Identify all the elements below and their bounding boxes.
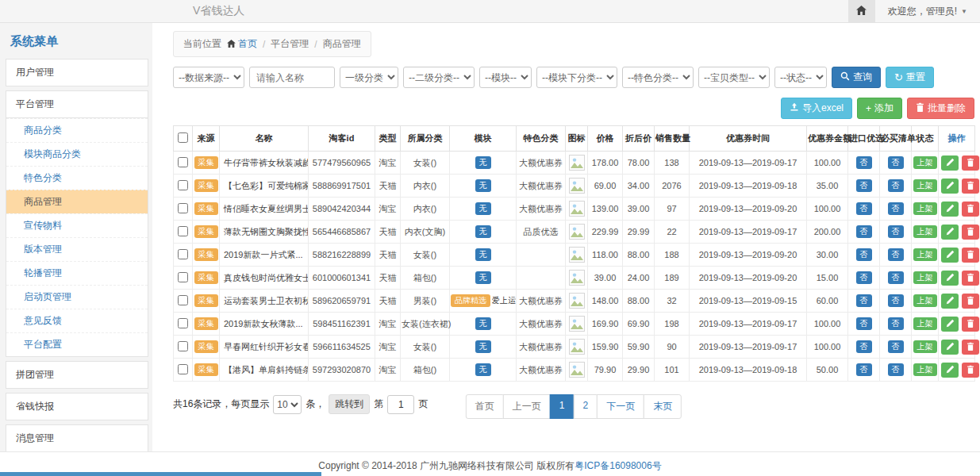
status-badge[interactable]: 上架 xyxy=(913,363,937,377)
sidebar-subitem[interactable]: 版本管理 xyxy=(6,237,148,261)
delete-button[interactable] xyxy=(962,155,979,171)
jump-button[interactable]: 跳转到 xyxy=(329,394,370,414)
delete-button[interactable] xyxy=(962,202,979,217)
delete-button[interactable] xyxy=(962,271,979,286)
status-badge[interactable]: 上架 xyxy=(913,294,937,308)
edit-button[interactable] xyxy=(941,178,959,194)
status-badge[interactable]: 上架 xyxy=(913,271,937,285)
must-buy-badge[interactable]: 否 xyxy=(888,225,904,239)
filter-select[interactable]: --模块-- xyxy=(479,67,532,88)
must-buy-badge[interactable]: 否 xyxy=(888,363,904,377)
sidebar-item[interactable]: 用户管理 xyxy=(6,59,148,86)
select-all-checkbox[interactable] xyxy=(178,132,188,143)
import-select-badge[interactable]: 否 xyxy=(856,363,872,377)
sidebar-item[interactable]: 省钱快报 xyxy=(6,393,148,420)
edit-button[interactable] xyxy=(941,294,959,309)
search-button[interactable]: 查询 xyxy=(832,67,881,88)
pagination-item[interactable]: 上一页 xyxy=(503,394,551,419)
must-buy-badge[interactable]: 否 xyxy=(888,294,904,308)
must-buy-badge[interactable]: 否 xyxy=(888,340,904,354)
must-buy-badge[interactable]: 否 xyxy=(888,317,904,331)
sidebar-subitem[interactable]: 启动页管理 xyxy=(6,285,148,309)
edit-button[interactable] xyxy=(941,225,959,240)
status-badge[interactable]: 上架 xyxy=(913,248,937,262)
row-checkbox[interactable] xyxy=(178,226,188,236)
row-checkbox[interactable] xyxy=(178,341,188,351)
row-checkbox[interactable] xyxy=(178,203,188,213)
sidebar-item[interactable]: 平台管理 xyxy=(6,90,148,118)
reset-button[interactable]: ↻重置 xyxy=(886,67,934,88)
pagination-item[interactable]: 下一页 xyxy=(597,394,644,419)
edit-button[interactable] xyxy=(941,248,959,263)
pagination-item[interactable]: 末页 xyxy=(644,394,682,419)
must-buy-badge[interactable]: 否 xyxy=(888,248,904,262)
edit-button[interactable] xyxy=(941,317,959,332)
must-buy-badge[interactable]: 否 xyxy=(888,179,904,193)
per-page-select[interactable]: 10 xyxy=(273,395,302,414)
pagination-item[interactable]: 2 xyxy=(574,394,598,419)
filter-select[interactable]: 一级分类 xyxy=(340,67,398,88)
user-menu[interactable]: 欢迎您，管理员! ▼ xyxy=(875,0,980,22)
import-select-badge[interactable]: 否 xyxy=(856,202,872,216)
pagination-item[interactable]: 首页 xyxy=(466,394,504,419)
batch-delete-button[interactable]: 批量删除 xyxy=(907,98,974,119)
delete-button[interactable] xyxy=(962,178,979,194)
filter-select[interactable]: --状态-- xyxy=(774,67,827,88)
home-button[interactable] xyxy=(848,0,875,22)
name-search-input[interactable] xyxy=(249,67,335,88)
status-badge[interactable]: 上架 xyxy=(913,317,937,331)
row-checkbox[interactable] xyxy=(178,295,188,305)
delete-button[interactable] xyxy=(962,340,979,355)
horizontal-scrollbar-thumb[interactable] xyxy=(0,472,321,476)
row-checkbox[interactable] xyxy=(178,249,188,259)
sidebar-item[interactable]: 消息管理 xyxy=(6,424,148,451)
page-number-input[interactable] xyxy=(387,395,414,414)
row-checkbox[interactable] xyxy=(178,157,188,167)
status-badge[interactable]: 上架 xyxy=(913,156,937,170)
pagination-item[interactable]: 1 xyxy=(550,394,575,419)
import-select-badge[interactable]: 否 xyxy=(856,294,872,308)
filter-select[interactable]: --二级分类-- xyxy=(403,67,475,88)
sidebar-subitem[interactable]: 特色分类 xyxy=(6,166,148,190)
import-select-badge[interactable]: 否 xyxy=(856,340,872,354)
sidebar-subitem[interactable]: 模块商品分类 xyxy=(6,142,148,166)
must-buy-badge[interactable]: 否 xyxy=(888,271,904,285)
status-badge[interactable]: 上架 xyxy=(913,179,937,193)
status-badge[interactable]: 上架 xyxy=(913,202,937,216)
delete-button[interactable] xyxy=(962,363,979,378)
sidebar-subitem[interactable]: 宣传物料 xyxy=(6,213,148,237)
edit-button[interactable] xyxy=(941,363,959,378)
edit-button[interactable] xyxy=(941,202,959,217)
import-select-badge[interactable]: 否 xyxy=(856,225,872,239)
filter-select[interactable]: --宝贝类型-- xyxy=(698,67,770,88)
sidebar-item[interactable]: 拼团管理 xyxy=(6,361,148,389)
row-checkbox[interactable] xyxy=(178,318,188,328)
row-checkbox[interactable] xyxy=(178,272,188,282)
delete-button[interactable] xyxy=(962,225,979,240)
filter-select[interactable]: --模块下分类-- xyxy=(536,67,617,88)
add-button[interactable]: + 添加 xyxy=(857,98,902,119)
status-badge[interactable]: 上架 xyxy=(913,225,937,239)
must-buy-badge[interactable]: 否 xyxy=(888,156,904,170)
edit-button[interactable] xyxy=(941,340,959,355)
status-badge[interactable]: 上架 xyxy=(913,340,937,354)
import-select-badge[interactable]: 否 xyxy=(856,156,872,170)
delete-button[interactable] xyxy=(962,248,979,263)
breadcrumb-home-link[interactable]: 首页 xyxy=(227,37,257,51)
icp-link[interactable]: 粤ICP备16098006号 xyxy=(575,460,661,471)
row-checkbox[interactable] xyxy=(178,364,188,374)
row-checkbox[interactable] xyxy=(178,180,188,190)
delete-button[interactable] xyxy=(962,317,979,332)
sidebar-subitem[interactable]: 意见反馈 xyxy=(6,309,148,332)
must-buy-badge[interactable]: 否 xyxy=(888,202,904,216)
import-select-badge[interactable]: 否 xyxy=(856,179,872,193)
edit-button[interactable] xyxy=(941,271,959,286)
sidebar-subitem[interactable]: 轮播管理 xyxy=(6,261,148,285)
import-excel-button[interactable]: 导入excel xyxy=(781,98,852,119)
import-select-badge[interactable]: 否 xyxy=(856,317,872,331)
import-select-badge[interactable]: 否 xyxy=(856,271,872,285)
filter-select[interactable]: --特色分类-- xyxy=(622,67,694,88)
sidebar-subitem[interactable]: 商品管理 xyxy=(6,190,148,213)
sidebar-subitem[interactable]: 商品分类 xyxy=(6,118,148,142)
sidebar-subitem[interactable]: 平台配置 xyxy=(6,332,148,356)
